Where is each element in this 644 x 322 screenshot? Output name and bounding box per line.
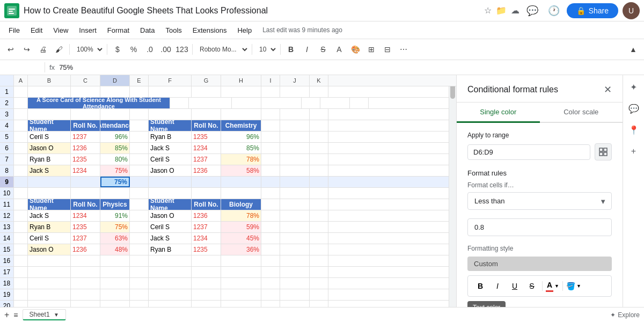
cell-b7[interactable]: Ryan B — [28, 154, 71, 165]
currency-button[interactable]: $ — [110, 42, 125, 57]
menu-format[interactable]: Format — [103, 25, 134, 36]
sheet[interactable]: A B C D E F G H I J K 1 — [0, 75, 456, 307]
cell-g2[interactable] — [232, 98, 261, 108]
range-select-button[interactable] — [595, 143, 612, 160]
sheet-list-button[interactable]: ≡ — [13, 311, 18, 319]
cell-i4[interactable] — [261, 120, 280, 131]
cell-f9[interactable] — [149, 177, 192, 187]
tab-single-color[interactable]: Single color — [457, 103, 540, 123]
cell-d1[interactable] — [100, 86, 130, 97]
threshold-input[interactable]: 0.8 — [467, 218, 612, 236]
cell-f2[interactable] — [189, 98, 232, 108]
cell-k4[interactable] — [310, 120, 328, 131]
paintformat-button[interactable]: 🖌 — [52, 42, 67, 57]
cell-j2[interactable] — [320, 98, 350, 108]
redo-button[interactable]: ↪ — [19, 42, 34, 57]
bold-style-button[interactable]: B — [473, 279, 487, 293]
cell-g7[interactable]: 1237 — [192, 154, 221, 165]
cell-h9[interactable] — [221, 177, 261, 187]
cell-g5[interactable]: 1235 — [192, 131, 221, 142]
cell-j1[interactable] — [280, 86, 310, 97]
cell-k3[interactable] — [310, 109, 328, 120]
cell-h2[interactable] — [261, 98, 302, 108]
cell-a5[interactable] — [14, 131, 28, 142]
cell-a7[interactable] — [14, 154, 28, 165]
cell-f6[interactable]: Jack S — [149, 143, 192, 153]
cell-f4[interactable]: Student Name — [149, 120, 192, 131]
cell-c3[interactable] — [71, 109, 100, 120]
cell-g8[interactable]: 1236 — [192, 165, 221, 176]
cell-b9[interactable] — [28, 177, 71, 187]
sheet-tab-1[interactable]: Sheet1 ▼ — [23, 309, 66, 320]
cell-i8[interactable] — [261, 165, 280, 176]
text-color-button[interactable]: A ▼ — [546, 281, 559, 292]
bold-button[interactable]: B — [283, 42, 298, 57]
borders-button[interactable]: ⊞ — [364, 42, 379, 57]
cell-h6[interactable]: 85% — [221, 143, 261, 153]
menu-insert[interactable]: Insert — [75, 25, 101, 36]
percent-button[interactable]: % — [126, 42, 141, 57]
explore-icon[interactable]: ✦ — [626, 79, 641, 94]
cell-e3[interactable] — [130, 109, 149, 120]
cell-a3[interactable] — [14, 109, 28, 120]
cell-c9[interactable] — [71, 177, 100, 187]
cell-c5[interactable]: 1237 — [71, 131, 100, 142]
cell-g4[interactable]: Roll No. — [192, 120, 221, 131]
cell-i9[interactable] — [261, 177, 280, 187]
menu-tools[interactable]: Tools — [161, 25, 186, 36]
cell-h1[interactable] — [221, 86, 261, 97]
cell-d6[interactable]: 85% — [100, 143, 130, 153]
cell-e7[interactable] — [130, 154, 149, 165]
merge-button[interactable]: ⊟ — [380, 42, 395, 57]
comment-icon[interactable]: 💬 — [524, 2, 541, 19]
cell-b4[interactable]: Student Name — [28, 120, 71, 131]
cell-a8[interactable] — [14, 165, 28, 176]
cell-a9[interactable] — [14, 177, 28, 187]
cell-f3[interactable] — [149, 109, 192, 120]
cell-a2[interactable] — [14, 98, 28, 108]
add-icon[interactable]: + — [626, 144, 641, 159]
cell-h5[interactable]: 96% — [221, 131, 261, 142]
cell-b5[interactable]: Ceril S — [28, 131, 71, 142]
cell-b3[interactable] — [28, 109, 71, 120]
share-button[interactable]: 🔒 Share — [567, 3, 618, 18]
cell-a4[interactable] — [14, 120, 28, 131]
range-input[interactable]: D6:D9 — [467, 144, 590, 160]
cell-d7[interactable]: 80% — [100, 154, 130, 165]
cell-d3[interactable] — [100, 109, 130, 120]
cell-k6[interactable] — [310, 143, 328, 153]
cell-f5[interactable]: Ryan B — [149, 131, 192, 142]
explore-bar[interactable]: ✦ Explore — [610, 311, 640, 319]
decimal1-button[interactable]: .0 — [142, 42, 157, 57]
cell-j3[interactable] — [280, 109, 310, 120]
star-icon[interactable]: ☆ — [484, 5, 492, 16]
cell-d9[interactable]: 75% — [100, 177, 130, 187]
menu-extensions[interactable]: Extensions — [188, 25, 231, 36]
cell-e1[interactable] — [130, 86, 149, 97]
cell-e4[interactable] — [130, 120, 149, 131]
zoom-select[interactable]: 100% — [72, 44, 104, 55]
menu-file[interactable]: File — [4, 25, 24, 36]
cell-h7[interactable]: 78% — [221, 154, 261, 165]
cell-j7[interactable] — [280, 154, 310, 165]
font-select[interactable]: Roboto Mo... — [195, 44, 249, 55]
cell-b1[interactable] — [28, 86, 71, 97]
menu-data[interactable]: Data — [136, 25, 159, 36]
cell-e2[interactable] — [170, 98, 189, 108]
textcolor-button[interactable]: A — [332, 42, 347, 57]
italic-style-button[interactable]: I — [491, 279, 504, 293]
condition-dropdown[interactable]: Less than Greater than Equal to Between … — [467, 192, 612, 210]
collapse-button[interactable]: ▲ — [626, 42, 641, 57]
cell-a1[interactable] — [14, 86, 28, 97]
undo-button[interactable]: ↩ — [3, 42, 18, 57]
maps-icon[interactable]: 📍 — [626, 122, 641, 137]
cell-j9[interactable] — [280, 177, 310, 187]
cell-c8[interactable]: 1234 — [71, 165, 100, 176]
cell-d5[interactable]: 96% — [100, 131, 130, 142]
cell-f7[interactable]: Ceril S — [149, 154, 192, 165]
cell-c1[interactable] — [71, 86, 100, 97]
cell-c6[interactable]: 1236 — [71, 143, 100, 153]
cell-g6[interactable]: 1234 — [192, 143, 221, 153]
title-cell[interactable]: A Score Card of Science Along With Stude… — [28, 98, 170, 108]
cell-b8[interactable]: Jack S — [28, 165, 71, 176]
